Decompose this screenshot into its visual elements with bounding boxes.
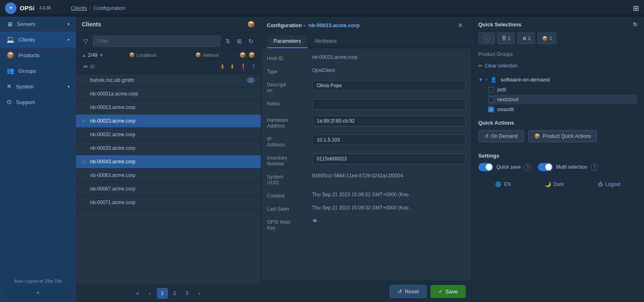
jedit-checkbox[interactable] [488,87,494,93]
sort-icon[interactable]: ⇅ [224,36,232,46]
sidebar-item-products[interactable]: 📦 Products [0,47,76,63]
sidebar-item-support[interactable]: ⊙ Support [0,94,76,110]
localboot-col-header: 📦 Localboot [111,52,175,58]
package-icon: 📦 [247,21,255,28]
settings-row: Quick save ? Multi selection ? [478,163,637,171]
qs-info-button[interactable]: i [478,33,495,44]
sidebar-item-groups[interactable]: 👥 Groups [0,63,76,79]
grid-icon[interactable]: ⊞ [633,4,639,12]
notes-input[interactable] [312,99,466,110]
table-row[interactable]: nb-00013.acme.corp [76,101,261,114]
client-name: nb-00001a.acme.corp [90,91,255,97]
show-hostkey-icon[interactable]: 👁 [312,218,318,224]
qs-package-count: 1 [549,36,552,41]
product-groups-label: Product Groups [478,51,637,57]
tree-root-item: ▼ ▪ 👤 software-on-demand [478,74,637,85]
nextcloud-checkbox[interactable] [488,97,494,102]
page-button-1[interactable]: 1 [157,288,168,299]
support-icon: ⊙ [7,98,12,106]
uuid-label: SystemUUID [267,172,312,186]
server-icon: 🖥 [7,21,13,28]
quick-save-info-icon[interactable]: ? [524,163,531,171]
quick-save-toggle[interactable] [478,163,493,171]
form-row-hostid: Host ID nb-00023.acme.corp [267,54,466,61]
filter-input[interactable] [93,36,220,46]
list-item: nextcloud [488,95,637,105]
tab-attributes[interactable]: Attributes [308,35,343,48]
logout-label: Logout [605,181,621,187]
nextcloud-label: nextcloud [497,97,518,102]
sidebar-item-label: Support [16,99,35,105]
next-page-button[interactable]: › [194,288,205,299]
created-value: Thu Sep 21 2023 15:09:32 GMT+0000 (Koo [312,190,409,199]
filter-icon[interactable]: ▽ [82,36,90,46]
qs-monitor-button[interactable]: 🖥 2 [517,33,535,44]
client-list: huhnix.mz.uib.gmbh 1 nb-00001a.acme.corp… [76,74,261,284]
config-hostname: nb-00023.acme.corp [308,22,360,28]
inventory-input[interactable] [312,153,466,164]
prev-page-button[interactable]: ‹ [145,288,155,299]
id-col-label: ID [90,64,220,69]
logout-button[interactable]: ⏻ Logout [598,181,621,187]
quick-actions-title: Quick Actions [478,120,637,126]
sidebar-item-servers[interactable]: 🖥 Servers ▾ [0,16,76,32]
hostkey-label: OPSI HostKey [267,218,312,231]
product-quick-actions-button[interactable]: 📦 Product Quick Actions [528,130,597,142]
table-row[interactable]: nb-00033.acme.corp [76,142,261,155]
clear-selection-button[interactable]: ✏ Clear selection [478,60,637,71]
description-input[interactable] [312,80,466,91]
on-demand-button[interactable]: ↺ On Demand [478,130,524,142]
quick-actions-buttons: ↺ On Demand 📦 Product Quick Actions [478,130,637,142]
qs-package-button[interactable]: 📦 1 [537,33,556,44]
table-row[interactable]: nb-00067.acme.corp [76,182,261,196]
table-subheader: ✏ ID ⬇ ⬇ ❗ ? [76,60,261,74]
sidebar-item-system[interactable]: ✕ System ▾ [0,79,76,94]
refresh-icon[interactable]: ↻ [633,21,637,28]
table-row[interactable]: nb-00063.acme.corp [76,169,261,182]
first-page-button[interactable]: « [132,288,143,299]
hardware-input[interactable] [312,116,466,126]
table-row[interactable]: nb-00071.acme.corp [76,196,261,209]
power-icon: ⏻ [598,181,603,187]
language-button[interactable]: 🌐 EN [495,181,511,187]
table-row[interactable]: nb-00001a.acme.corp [76,87,261,101]
client-icon: 💻 [7,36,14,43]
breadcrumb-current: Configuration [93,5,125,11]
swaudit-checkbox[interactable]: ✓ [488,107,494,112]
qs-db-button[interactable]: 🗄 1 [497,33,515,44]
page-button-2[interactable]: 2 [169,288,180,299]
table-row[interactable]: ✓ nb-00023.acme.corp [76,114,261,128]
sidebar-item-label: System [16,84,34,90]
save-button[interactable]: ✓ Save [431,285,466,298]
multi-selection-info-icon[interactable]: ? [591,163,598,171]
table-row[interactable]: huhnix.mz.uib.gmbh 1 [76,74,261,87]
tab-parameters[interactable]: Parameters [267,35,308,48]
tree-expand-icon[interactable]: ▼ [478,77,483,83]
pencil-icon: ✏ [478,63,482,69]
page-button-3[interactable]: 3 [182,288,192,299]
on-demand-icon: ↺ [484,133,489,139]
package-icon: 📦 [542,36,548,41]
form-row-type: Type OpsiClient [267,67,466,74]
qs-buttons-row: i 🗄 1 🖥 2 📦 1 [472,31,644,48]
uuid-value: 9160f1cc-5884-11ee-8729-0242ac1f0004 [312,171,403,180]
multi-selection-toggle[interactable] [538,163,553,171]
refresh-icon[interactable]: ↻ [247,36,255,46]
config-tabs: Parameters Attributes [261,35,471,48]
table-row[interactable]: nb-00032.acme.corp [76,128,261,142]
sidebar-bottom: Auto Logout in 29m 19s « [0,271,76,302]
form-row-notes: Notes [267,99,466,110]
clients-panel-title: Clients [82,21,244,28]
reset-button[interactable]: ↺ Reset [390,285,426,298]
clients-panel: Clients 📦 ▽ ⇅ ⊞ ↻ ▲ 2/49 ▼ 📦 Localbo [76,16,261,302]
products-icon: 📦 [7,51,14,59]
dark-mode-button[interactable]: 🌙 Dark [545,181,564,187]
breadcrumb-parent[interactable]: Clients [71,5,87,11]
edit-icon[interactable]: ✏ [82,62,90,72]
ip-input[interactable] [312,135,466,145]
grid-view-icon[interactable]: ⊞ [235,36,243,46]
close-button[interactable]: ✕ [455,21,466,30]
table-row[interactable]: ✓ nb-00043.acme.corp [76,155,261,169]
collapse-button[interactable]: « [4,287,72,298]
sidebar-item-clients[interactable]: 💻 Clients ▾ [0,32,76,47]
